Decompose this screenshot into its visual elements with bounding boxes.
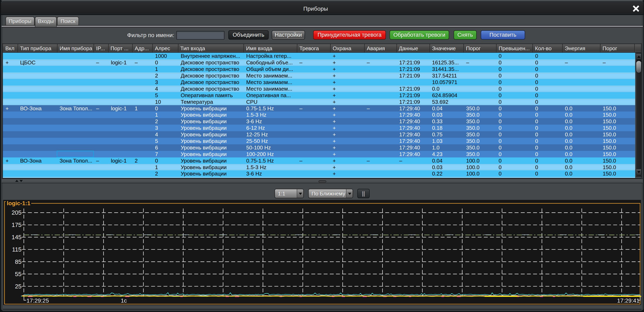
svg-text:1с: 1с (121, 298, 127, 304)
svg-text:115: 115 (12, 246, 22, 253)
svg-text:85: 85 (15, 259, 22, 265)
svg-text:145: 145 (12, 234, 22, 240)
svg-text:175: 175 (12, 222, 22, 228)
svg-text:logic-1:1: logic-1:1 (7, 200, 30, 206)
svg-text:55: 55 (15, 271, 22, 277)
svg-text:25: 25 (15, 283, 22, 290)
svg-text:17:29:41: 17:29:41 (617, 298, 640, 304)
svg-text:205: 205 (12, 209, 22, 216)
svg-text:17:29:25: 17:29:25 (26, 298, 49, 304)
